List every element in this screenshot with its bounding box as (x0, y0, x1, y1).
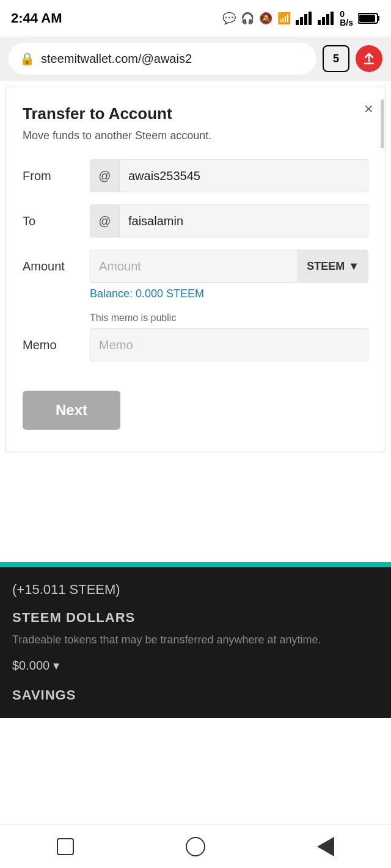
steem-received: (+15.011 STEEM) (12, 582, 379, 598)
svg-rect-6 (326, 14, 329, 25)
modal-title: Transfer to Account (23, 104, 368, 123)
amount-input[interactable] (90, 250, 298, 282)
memo-row: Memo (23, 328, 368, 361)
to-row: To @ (23, 204, 368, 237)
svg-rect-2 (304, 14, 307, 25)
browser-bar: 🔒 steemitwallet.com/@awais2 5 (0, 37, 391, 81)
nav-home-button[interactable] (178, 830, 213, 864)
from-label: From (23, 169, 90, 183)
svg-rect-5 (322, 17, 325, 25)
to-input[interactable] (120, 205, 368, 237)
svg-rect-10 (359, 15, 375, 22)
amount-input-wrapper: STEEM ▼ (90, 250, 368, 283)
balance-display: Balance: 0.000 STEEM (90, 288, 368, 300)
status-icons: 💬 🎧 🔕 📶 0B/s (222, 10, 380, 27)
currency-label: STEEM (307, 260, 345, 273)
svg-rect-4 (318, 20, 321, 25)
memo-note: This memo is public (90, 313, 368, 324)
wifi-icon: 📶 (277, 12, 291, 25)
circle-icon (186, 837, 205, 856)
from-input[interactable] (120, 160, 368, 192)
lock-icon: 🔒 (20, 51, 35, 66)
headphone-icon: 🎧 (241, 12, 254, 25)
navigation-bar (0, 824, 391, 868)
steem-dollars-desc: Tradeable tokens that may be transferred… (12, 632, 379, 648)
to-at-sign: @ (90, 205, 120, 237)
close-button[interactable]: × (364, 99, 373, 118)
modal-subtitle: Move funds to another Steem account. (23, 129, 368, 142)
modal-scrollbar (381, 99, 384, 148)
whatsapp-icon: 💬 (222, 12, 236, 25)
svg-rect-3 (309, 12, 312, 25)
signal2-icon (318, 12, 335, 25)
svg-rect-1 (300, 17, 303, 25)
dollar-amount: $0.000 (12, 659, 49, 672)
teal-separator (0, 562, 391, 567)
memo-input-wrapper (90, 328, 368, 361)
svg-rect-0 (296, 20, 299, 25)
from-at-sign: @ (90, 160, 120, 192)
chevron-down-icon: ▼ (348, 260, 359, 273)
url-text: steemitwallet.com/@awais2 (41, 52, 192, 66)
tab-badge[interactable]: 5 (323, 45, 349, 72)
dollar-chevron-icon: ▾ (53, 659, 59, 672)
triangle-icon (317, 837, 334, 856)
main-content: × Transfer to Account Move funds to anot… (0, 87, 391, 718)
steem-dollars-title: STEEM DOLLARS (12, 610, 379, 626)
currency-selector[interactable]: STEEM ▼ (298, 250, 368, 282)
battery-icon (358, 12, 380, 24)
amount-label: Amount (23, 259, 90, 273)
url-bar[interactable]: 🔒 steemitwallet.com/@awais2 (9, 43, 316, 74)
to-label: To (23, 214, 90, 228)
from-row: From @ (23, 159, 368, 192)
next-button[interactable]: Next (23, 391, 120, 430)
bell-off-icon: 🔕 (259, 12, 272, 25)
dark-section: (+15.011 STEEM) STEEM DOLLARS Tradeable … (0, 567, 391, 718)
data-icon: 0B/s (340, 10, 353, 27)
nav-recent-button[interactable] (309, 830, 343, 864)
status-bar: 2:44 AM 💬 🎧 🔕 📶 0B/s (0, 0, 391, 37)
savings-title: SAVINGS (12, 687, 379, 703)
from-input-wrapper: @ (90, 159, 368, 192)
to-input-wrapper: @ (90, 204, 368, 237)
dollar-value[interactable]: $0.000 ▾ (12, 658, 379, 673)
memo-input[interactable] (90, 329, 368, 361)
svg-rect-7 (331, 12, 334, 25)
memo-label: Memo (23, 338, 90, 352)
transfer-modal: × Transfer to Account Move funds to anot… (5, 87, 386, 452)
upload-button[interactable] (356, 45, 382, 72)
signal-icon (296, 12, 313, 25)
amount-row: Amount STEEM ▼ (23, 250, 368, 283)
svg-rect-9 (378, 16, 379, 21)
status-time: 2:44 AM (11, 10, 62, 26)
square-icon (57, 838, 74, 855)
nav-back-button[interactable] (48, 830, 82, 864)
